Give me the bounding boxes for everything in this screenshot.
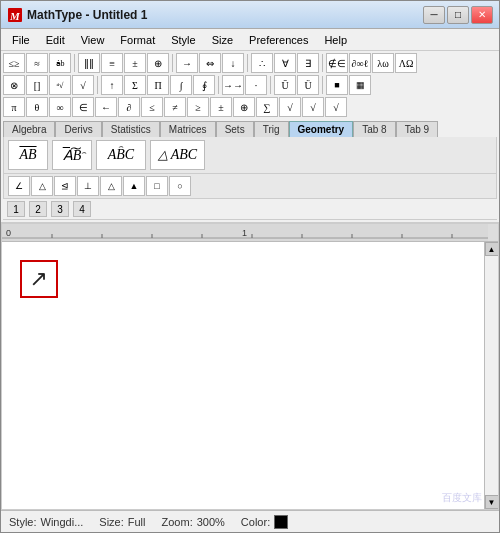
editor-area: 0 1	[1, 223, 499, 510]
tab-8[interactable]: Tab 8	[353, 121, 395, 137]
sep1	[74, 54, 75, 72]
sym-bracket[interactable]: []	[26, 75, 48, 95]
sym-uparrow[interactable]: ↑	[101, 75, 123, 95]
sym-sum2[interactable]: ∑	[256, 97, 278, 117]
menu-view[interactable]: View	[74, 32, 112, 48]
sym-triangle-outline[interactable]: △	[31, 176, 53, 196]
zoom-btn-3[interactable]: 3	[51, 201, 69, 217]
menu-edit[interactable]: Edit	[39, 32, 72, 48]
sym-Ubar[interactable]: Ū	[274, 75, 296, 95]
sym-circle[interactable]: ○	[169, 176, 191, 196]
menu-format[interactable]: Format	[113, 32, 162, 48]
sym-lambda[interactable]: λω	[372, 53, 394, 73]
sym-otimes[interactable]: ⊗	[3, 75, 25, 95]
sym-leq2[interactable]: ≤	[141, 97, 163, 117]
sym-oplus[interactable]: ⊕	[147, 53, 169, 73]
sym-prod[interactable]: Π	[147, 75, 169, 95]
menu-file[interactable]: File	[5, 32, 37, 48]
sym-nthroot[interactable]: ⁿ√	[49, 75, 71, 95]
sym-in[interactable]: ∈	[72, 97, 94, 117]
template-AB-overline[interactable]: AB	[8, 140, 48, 170]
sym-sqrtc[interactable]: √	[325, 97, 347, 117]
scroll-right-button[interactable]: ▶	[484, 510, 498, 511]
toolbar-row-3: π θ ∞ ∈ ← ∂ ≤ ≠ ≥ ± ⊕ ∑ √ √ √	[3, 97, 497, 117]
sym-exists[interactable]: ∃	[297, 53, 319, 73]
menu-style[interactable]: Style	[164, 32, 202, 48]
sym-int[interactable]: ∫	[170, 75, 192, 95]
template-triangle-ABC[interactable]: △ABC	[150, 140, 205, 170]
sym-pm[interactable]: ±	[124, 53, 146, 73]
sym-sqrt[interactable]: √	[72, 75, 94, 95]
sym-pi[interactable]: π	[3, 97, 25, 117]
zoom-btn-1[interactable]: 1	[7, 201, 25, 217]
minimize-button[interactable]: ─	[423, 6, 445, 24]
sym-rect[interactable]: □	[146, 176, 168, 196]
tab-algebra[interactable]: Algebra	[3, 121, 55, 137]
sym-oint[interactable]: ∮	[193, 75, 215, 95]
scroll-left-button[interactable]: ◀	[2, 510, 16, 511]
sym-grid[interactable]: ▦	[349, 75, 371, 95]
template-ABC-arc[interactable]: ABC ⌢	[96, 140, 146, 170]
sym-approx[interactable]: ≈	[26, 53, 48, 73]
zoom-value: 300%	[197, 516, 225, 528]
scrollbar-vertical[interactable]: ▲ ▼	[484, 242, 498, 509]
maximize-button[interactable]: □	[447, 6, 469, 24]
sym-oplus2[interactable]: ⊕	[233, 97, 255, 117]
sym-tri-small[interactable]: △	[100, 176, 122, 196]
sym-forall[interactable]: ∀	[274, 53, 296, 73]
sym-sqrta[interactable]: √	[279, 97, 301, 117]
sym-tri-filled[interactable]: ▲	[123, 176, 145, 196]
zoom-btn-2[interactable]: 2	[29, 201, 47, 217]
menu-help[interactable]: Help	[317, 32, 354, 48]
toolbar-row-1: ≤≥ ≈ ȧb ‖‖ ≡ ± ⊕ → ⇔ ↓ ∴ ∀ ∃ ∉∈ ∂∞ℓ λω Λ…	[3, 53, 497, 73]
sym-sum[interactable]: Σ	[124, 75, 146, 95]
sym-equiv[interactable]: ≡	[101, 53, 123, 73]
sep2	[172, 54, 173, 72]
sym-partial-l[interactable]: ∂∞ℓ	[349, 53, 371, 73]
sym-partial[interactable]: ∂	[118, 97, 140, 117]
template-AB-arrow[interactable]: A͠B ⌢	[52, 140, 92, 170]
tab-sets[interactable]: Sets	[216, 121, 254, 137]
sym-angle-measured[interactable]: ⊴	[54, 176, 76, 196]
sym-norm[interactable]: ‖‖	[78, 53, 100, 73]
tab-derivs[interactable]: Derivs	[55, 121, 101, 137]
sym-arrow-d[interactable]: ↓	[222, 53, 244, 73]
sym-black-sq[interactable]: ■	[326, 75, 348, 95]
tab-trig[interactable]: Trig	[254, 121, 289, 137]
zoom-row: 1 2 3 4	[3, 199, 497, 220]
tab-matrices[interactable]: Matrices	[160, 121, 216, 137]
sym-larr[interactable]: ←	[95, 97, 117, 117]
sym-pm2[interactable]: ±	[210, 97, 232, 117]
sym-notin[interactable]: ∉∈	[326, 53, 348, 73]
status-bar: Style: Wingdi... Size: Full Zoom: 300% C…	[1, 510, 499, 532]
menu-preferences[interactable]: Preferences	[242, 32, 315, 48]
style-value: Wingdi...	[41, 516, 84, 528]
menu-size[interactable]: Size	[205, 32, 240, 48]
sym-vec[interactable]: →→	[222, 75, 244, 95]
canvas[interactable]: ↖ 百度文库	[2, 242, 498, 509]
sym-infty[interactable]: ∞	[49, 97, 71, 117]
sym-leq[interactable]: ≤≥	[3, 53, 25, 73]
sym-therefore[interactable]: ∴	[251, 53, 273, 73]
scroll-up-button[interactable]: ▲	[485, 242, 499, 256]
sym-angle[interactable]: ∠	[8, 176, 30, 196]
sym-ab[interactable]: ȧb	[49, 53, 71, 73]
zoom-btn-4[interactable]: 4	[73, 201, 91, 217]
scroll-track-v[interactable]	[485, 256, 498, 495]
sym-arrow-r[interactable]: →	[176, 53, 198, 73]
tab-statistics[interactable]: Statistics	[102, 121, 160, 137]
sym-neq[interactable]: ≠	[164, 97, 186, 117]
sym-theta[interactable]: θ	[26, 97, 48, 117]
sym-Lambda[interactable]: ΛΩ	[395, 53, 417, 73]
scrollbar-horizontal[interactable]: ◀ ▶	[2, 509, 498, 510]
sym-geq[interactable]: ≥	[187, 97, 209, 117]
sym-Udot[interactable]: Ü	[297, 75, 319, 95]
close-button[interactable]: ✕	[471, 6, 493, 24]
sym-dot[interactable]: ·	[245, 75, 267, 95]
sym-iff[interactable]: ⇔	[199, 53, 221, 73]
scroll-down-button[interactable]: ▼	[485, 495, 499, 509]
sym-sqrtb[interactable]: √	[302, 97, 324, 117]
tab-9[interactable]: Tab 9	[396, 121, 438, 137]
sym-perpendicular[interactable]: ⊥	[77, 176, 99, 196]
tab-geometry[interactable]: Geometry	[289, 121, 354, 137]
